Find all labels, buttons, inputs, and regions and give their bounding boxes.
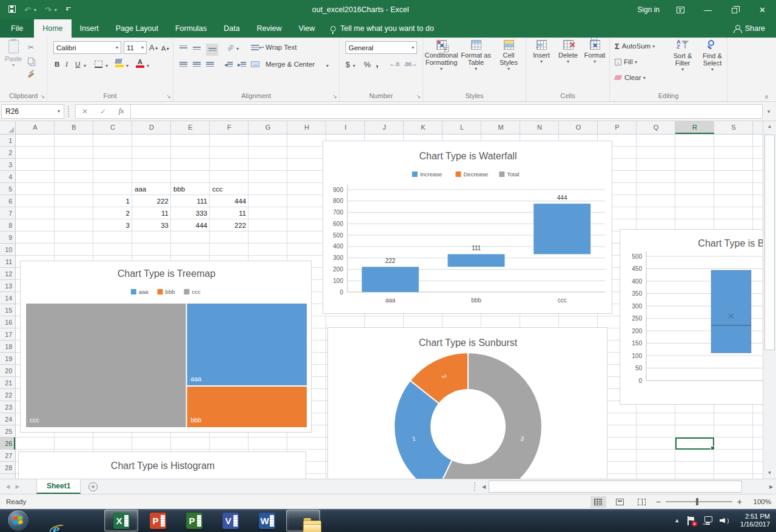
column-header-J[interactable]: J xyxy=(365,121,404,134)
cell-D8[interactable]: 33 xyxy=(132,219,171,231)
column-header-D[interactable]: D xyxy=(132,121,171,134)
row-header-2[interactable]: 2 xyxy=(0,147,15,159)
taskbar-item-internet-explorer[interactable]: e xyxy=(32,510,65,531)
cell-F6[interactable]: 444 xyxy=(210,195,249,207)
borders-icon[interactable] xyxy=(95,58,102,70)
page-break-view-icon[interactable] xyxy=(634,496,650,508)
format-painter-icon[interactable] xyxy=(28,69,34,81)
conditional-formatting-button[interactable]: ≠ Conditional Formatting ▾ xyxy=(424,40,458,71)
sort-filter-button[interactable]: AZ Sort & Filter ▾ xyxy=(668,40,697,72)
cell-E8[interactable]: 444 xyxy=(171,219,210,231)
column-header-G[interactable]: G xyxy=(249,121,287,134)
customize-quick-access-icon[interactable] xyxy=(65,6,72,14)
increase-indent-icon[interactable]: ▸ xyxy=(238,58,246,70)
zoom-out-icon[interactable]: − xyxy=(656,497,661,507)
row-header-21[interactable]: 21 xyxy=(0,377,15,389)
volume-icon[interactable] xyxy=(720,516,729,525)
row-header-28[interactable]: 28 xyxy=(0,462,15,474)
close-button[interactable]: ✕ xyxy=(749,0,776,19)
row-header-18[interactable]: 18 xyxy=(0,341,15,353)
collapse-ribbon-icon[interactable]: ∧ xyxy=(764,93,769,100)
action-center-flag-icon[interactable]: ✕ xyxy=(687,516,695,525)
fill-button[interactable]: ↓Fill ▾ xyxy=(615,56,637,68)
row-header-11[interactable]: 11 xyxy=(0,256,15,268)
taskbar-item-project[interactable]: P xyxy=(177,510,211,531)
tab-data[interactable]: Data xyxy=(215,19,248,38)
merge-center-dropdown-icon[interactable]: ▾ xyxy=(326,59,329,71)
show-hidden-icons-icon[interactable]: ▲ xyxy=(674,517,680,524)
undo-icon[interactable]: ↶ xyxy=(24,6,31,14)
decrease-indent-icon[interactable]: ◂ xyxy=(224,58,233,70)
chart-sunburst[interactable]: Chart Type is Sunburst312 xyxy=(327,327,607,479)
horizontal-scrollbar-thumb[interactable] xyxy=(489,480,742,493)
column-header-M[interactable]: M xyxy=(481,121,520,134)
grow-font-icon[interactable]: A▲ xyxy=(149,41,159,53)
cell-F8[interactable]: 222 xyxy=(210,219,249,231)
ribbon-display-options-icon[interactable] xyxy=(667,0,694,19)
middle-align-icon[interactable] xyxy=(193,42,201,55)
format-as-table-button[interactable]: Format as Table ▾ xyxy=(460,40,492,71)
orientation-icon[interactable]: ab xyxy=(224,41,236,54)
column-header-S[interactable]: S xyxy=(714,121,753,134)
wrap-text-label[interactable]: Wrap Text xyxy=(266,41,296,53)
row-header-10[interactable]: 10 xyxy=(0,244,15,256)
italic-icon[interactable]: I xyxy=(65,58,68,70)
row-header-22[interactable]: 22 xyxy=(0,389,15,401)
cell-C7[interactable]: 2 xyxy=(93,207,132,219)
tab-formulas[interactable]: Formulas xyxy=(167,19,215,38)
clear-button[interactable]: Clear ▾ xyxy=(615,71,646,84)
row-header-9[interactable]: 9 xyxy=(0,231,15,244)
decrease-decimal-icon[interactable]: .00→ xyxy=(404,58,417,70)
column-header-B[interactable]: B xyxy=(55,121,93,134)
shrink-font-icon[interactable]: A▼ xyxy=(161,42,170,55)
format-cells-button[interactable]: |↔| Format ▾ xyxy=(582,40,607,64)
sheet-tab-sheet1[interactable]: Sheet1 xyxy=(36,479,81,494)
tab-page-layout[interactable]: Page Layout xyxy=(107,19,167,38)
cell-D5[interactable]: aaa xyxy=(132,183,171,195)
align-right-icon[interactable] xyxy=(206,58,214,70)
font-dialog-launcher-icon[interactable]: ↘ xyxy=(166,93,171,99)
row-header-24[interactable]: 24 xyxy=(0,413,15,425)
zoom-slider[interactable] xyxy=(666,501,732,502)
cell-D7[interactable]: 11 xyxy=(132,207,171,219)
column-headers[interactable]: ABCDEFGHIJKLMNOPQRS xyxy=(16,121,763,135)
new-sheet-button[interactable]: + xyxy=(81,479,105,494)
taskbar-item-file-explorer[interactable] xyxy=(286,510,320,531)
row-header-13[interactable]: 13 xyxy=(0,280,15,292)
insert-function-icon[interactable]: fx xyxy=(112,107,130,116)
selected-cell-R26[interactable] xyxy=(675,437,714,450)
row-header-15[interactable]: 15 xyxy=(0,304,15,316)
chart-waterfall[interactable]: Chart Type is WaterfallIncreaseDecreaseT… xyxy=(323,141,612,314)
paste-button[interactable]: Paste ▾ xyxy=(2,40,24,68)
scroll-down-icon[interactable]: ▼ xyxy=(763,468,776,479)
enter-icon[interactable]: ✓ xyxy=(94,107,112,116)
increase-decimal-icon[interactable]: ←.0 xyxy=(389,58,400,70)
row-header-19[interactable]: 19 xyxy=(0,353,15,365)
merge-center-icon[interactable]: ↔ xyxy=(251,58,259,70)
bold-icon[interactable]: B xyxy=(55,58,59,70)
find-select-button[interactable]: Find & Select ▾ xyxy=(698,40,726,72)
formula-bar-splitter[interactable] xyxy=(68,106,72,117)
cell-F7[interactable]: 11 xyxy=(210,207,249,219)
tab-home[interactable]: Home xyxy=(34,19,71,38)
column-header-H[interactable]: H xyxy=(287,121,326,134)
scroll-left-icon[interactable]: ◀ xyxy=(479,479,489,494)
next-sheet-icon[interactable]: ▶ xyxy=(10,479,25,494)
undo-dropdown-icon[interactable]: ▾ xyxy=(34,7,36,13)
name-box[interactable]: R26▾ xyxy=(1,104,64,119)
row-header-3[interactable]: 3 xyxy=(0,159,15,171)
column-header-P[interactable]: P xyxy=(598,121,637,134)
fill-color-icon[interactable] xyxy=(115,57,124,69)
font-size-combo[interactable]: 11▾ xyxy=(124,41,147,54)
column-header-F[interactable]: F xyxy=(210,121,249,134)
column-header-N[interactable]: N xyxy=(520,121,559,134)
delete-cells-button[interactable]: ✕ Delete ▾ xyxy=(555,40,581,64)
sign-in-button[interactable]: Sign in xyxy=(630,5,667,14)
zoom-in-icon[interactable]: + xyxy=(737,497,742,507)
fill-color-dropdown-icon[interactable]: ▾ xyxy=(126,59,129,71)
number-format-combo[interactable]: General▾ xyxy=(346,41,417,54)
taskbar-clock[interactable]: 2:51 PM 1/16/2017 xyxy=(737,513,770,528)
scroll-up-icon[interactable]: ▲ xyxy=(763,121,776,132)
tab-scroll-splitter[interactable] xyxy=(474,482,479,491)
restore-button[interactable] xyxy=(721,0,749,19)
